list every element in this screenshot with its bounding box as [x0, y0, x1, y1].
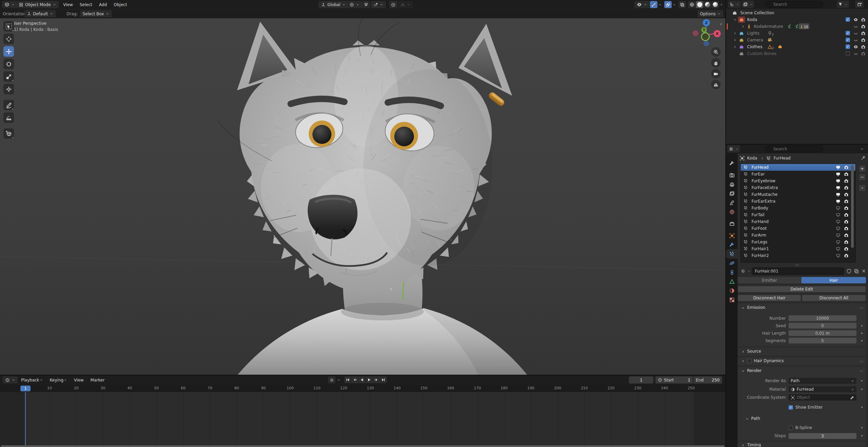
- visibility-checkbox[interactable]: ✓: [846, 38, 850, 42]
- display-toggle-icon[interactable]: [836, 253, 840, 258]
- proportional-editing-toggle[interactable]: [389, 1, 397, 8]
- particle-system-row[interactable]: FurEarExtra: [741, 198, 855, 205]
- outliner-filter-button[interactable]: [837, 1, 849, 8]
- display-toggle-icon[interactable]: [836, 185, 840, 190]
- outliner-item-label[interactable]: Lights: [747, 31, 759, 36]
- particle-system-row[interactable]: FurBody: [741, 205, 855, 211]
- outliner-item-label[interactable]: Koda: [747, 17, 757, 22]
- material-dropdown[interactable]: FurHead: [789, 386, 856, 392]
- measure-tool[interactable]: [3, 112, 14, 123]
- display-toggle-icon[interactable]: [836, 172, 840, 176]
- chevron-down-icon[interactable]: [741, 306, 745, 310]
- field-hair-length[interactable]: 0.01 m: [789, 330, 856, 336]
- drag-selector[interactable]: Select Box: [80, 10, 112, 17]
- move-tool[interactable]: [3, 46, 14, 57]
- render-toggle-icon[interactable]: [844, 212, 849, 217]
- shading-solid-button[interactable]: [696, 1, 703, 8]
- camera-restrict-icon[interactable]: [861, 38, 866, 42]
- outliner-search-input[interactable]: [765, 1, 823, 8]
- menu-keying[interactable]: Keying: [47, 376, 71, 384]
- playhead-line[interactable]: [25, 392, 26, 445]
- tab-modifiers[interactable]: [726, 240, 738, 249]
- sidebar-collapse-arrow[interactable]: ‹: [720, 21, 722, 27]
- eye-closed-icon[interactable]: [853, 51, 858, 56]
- disclosure-open-icon[interactable]: [733, 18, 737, 22]
- hair-dynamics-checkbox[interactable]: [747, 359, 752, 363]
- disconnect-all-button[interactable]: Disconnect All: [802, 295, 866, 301]
- timeline-keyframe-area[interactable]: [0, 392, 725, 445]
- shading-material-button[interactable]: [704, 1, 711, 8]
- tab-world[interactable]: [726, 207, 738, 217]
- render-toggle-icon[interactable]: [844, 185, 849, 190]
- shading-wireframe-button[interactable]: [688, 1, 695, 8]
- particle-system-row[interactable]: FurEar: [741, 171, 855, 178]
- options-dropdown[interactable]: Options: [698, 10, 723, 17]
- display-toggle-icon[interactable]: [836, 165, 840, 170]
- tab-scene[interactable]: [726, 198, 738, 207]
- disclosure-closed-icon[interactable]: [733, 31, 737, 35]
- coordinate-system-field[interactable]: Object: [789, 394, 856, 401]
- camera-restrict-icon[interactable]: [861, 44, 866, 49]
- render-as-dropdown[interactable]: Path: [789, 378, 856, 384]
- tab-object[interactable]: [726, 231, 738, 240]
- remove-particle-system-button[interactable]: [858, 173, 866, 181]
- pivot-point-selector[interactable]: [347, 1, 362, 8]
- unlink-datablock-icon[interactable]: [861, 268, 866, 274]
- panel-grip-icon[interactable]: [859, 305, 864, 310]
- jump-to-start-button[interactable]: [344, 376, 351, 383]
- animate-dot[interactable]: [861, 389, 863, 390]
- annotate-tool[interactable]: [3, 100, 14, 110]
- outliner-editor-type-button[interactable]: [728, 1, 741, 8]
- b-spline-checkbox[interactable]: [789, 426, 793, 430]
- particle-system-row[interactable]: FurFaceExtra: [741, 184, 855, 191]
- editor-type-button[interactable]: [2, 1, 17, 8]
- display-toggle-icon[interactable]: [836, 212, 840, 217]
- particle-specials-button[interactable]: [858, 184, 866, 192]
- overlays-dropdown-icon[interactable]: [672, 3, 676, 6]
- particle-system-row[interactable]: FurArm: [741, 232, 855, 239]
- snap-settings[interactable]: [371, 1, 386, 8]
- field-segments[interactable]: 5: [789, 338, 856, 343]
- xray-toggle[interactable]: [679, 1, 686, 8]
- menu-object[interactable]: Object: [110, 1, 130, 8]
- render-toggle-icon[interactable]: [844, 226, 849, 231]
- particle-system-row[interactable]: FurLegs: [741, 239, 855, 245]
- outliner-row-scene-collection[interactable]: Scene Collection: [726, 10, 868, 16]
- render-toggle-icon[interactable]: [844, 172, 849, 176]
- shading-dropdown-icon[interactable]: [720, 3, 723, 6]
- outliner-item-label[interactable]: Clothes: [747, 44, 762, 49]
- visibility-checkbox[interactable]: ✓: [846, 31, 850, 35]
- camera-restrict-icon[interactable]: [861, 24, 866, 29]
- render-toggle-icon[interactable]: [844, 199, 849, 204]
- visibility-checkbox[interactable]: ✓: [846, 17, 850, 22]
- hair-toggle-button[interactable]: Hair: [801, 277, 866, 283]
- emitter-toggle-button[interactable]: Emitter: [738, 277, 801, 283]
- next-keyframe-button[interactable]: [373, 376, 380, 383]
- visibility-checkbox[interactable]: [846, 51, 850, 56]
- menu-select[interactable]: Select: [76, 1, 95, 8]
- properties-editor-type-button[interactable]: [727, 145, 740, 152]
- particle-system-row[interactable]: FurMustache: [741, 191, 855, 198]
- pan-button[interactable]: [711, 58, 721, 68]
- viewport-canvas[interactable]: User Perspective (1) Koda | Koda : Basis…: [0, 18, 725, 375]
- source-panel[interactable]: Source: [738, 348, 866, 356]
- menu-add[interactable]: Add: [96, 1, 110, 8]
- disconnect-hair-button[interactable]: Disconnect Hair: [738, 295, 801, 301]
- navigation-gizmo[interactable]: Z Y X: [689, 18, 723, 52]
- tab-output[interactable]: [726, 180, 738, 189]
- animate-dot[interactable]: [861, 427, 863, 428]
- tab-view-layer[interactable]: [726, 189, 738, 198]
- display-toggle-icon[interactable]: [836, 219, 840, 224]
- outliner-row-custom-bones[interactable]: Custom Bones: [726, 50, 868, 57]
- duplicate-datablock-icon[interactable]: [854, 268, 859, 274]
- display-toggle-icon[interactable]: [836, 206, 840, 210]
- pin-icon[interactable]: [861, 155, 866, 161]
- new-collection-button[interactable]: [855, 1, 864, 8]
- particle-settings-selector[interactable]: [740, 267, 752, 275]
- disclosure-closed-icon[interactable]: [733, 45, 737, 49]
- outliner-row-koda[interactable]: Koda✓: [726, 16, 868, 23]
- show-overlays-toggle[interactable]: [664, 1, 672, 8]
- panel-grip-icon[interactable]: [859, 359, 864, 364]
- tab-render[interactable]: [726, 170, 738, 180]
- display-toggle-icon[interactable]: [836, 192, 840, 197]
